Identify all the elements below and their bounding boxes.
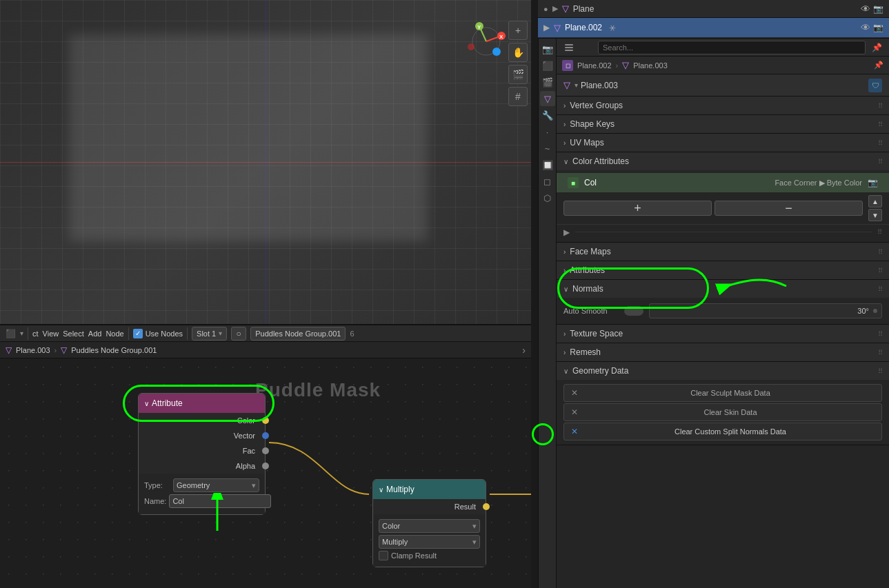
shape-keys-chevron: › [563, 121, 566, 128]
normals-section: ∨ Normals ⠿ Auto Smooth 30° [557, 280, 889, 325]
normals-header[interactable]: ∨ Normals ⠿ [557, 280, 889, 298]
multiply-collapse-icon[interactable]: ∨ [379, 486, 383, 494]
remesh-chevron: › [563, 349, 566, 356]
viewport-3d[interactable]: Y X + ✋ 🎬 # [0, 0, 531, 324]
sphere-mode-btn[interactable]: ○ [231, 327, 246, 341]
sidebar-icon-render[interactable]: 📷 [540, 41, 555, 57]
multiply-node[interactable]: ∨ Multiply Result Color ▾ Multiply ▾ Cla… [372, 479, 486, 567]
sidebar-icon-particles[interactable]: · [540, 124, 555, 139]
grab-tool-button[interactable]: ✋ [508, 43, 528, 62]
color-dropdown[interactable]: Color ▾ [379, 519, 480, 533]
attribute-node[interactable]: ∨ Attribute Color Vector Fac Alpha Type: [138, 393, 266, 515]
multiply-header-label: Multiply [386, 485, 414, 494]
color-attributes-header[interactable]: ∨ Color Attributes ⠿ [557, 152, 889, 170]
node-count-badge: 6 [350, 330, 354, 338]
clear-skin-label: Clear Skin Data [586, 408, 875, 416]
camera-icon-r1[interactable]: 📷 [873, 4, 883, 14]
texture-space-label: Texture Space [570, 329, 623, 338]
uv-maps-dots: ⠿ [878, 139, 882, 147]
header-menu-icon[interactable] [562, 41, 576, 54]
blend-mode-dropdown[interactable]: Multiply ▾ [379, 535, 480, 549]
sidebar-icon-modifier[interactable]: 🔧 [540, 108, 555, 123]
mesh-name-icon: ▽ [563, 80, 570, 90]
camera-icon-r2[interactable]: 📷 [873, 23, 883, 32]
name-input[interactable] [169, 494, 271, 508]
color-attr-camera-icon[interactable]: 📷 [868, 178, 878, 187]
clamp-checkbox[interactable] [379, 551, 388, 560]
color-attr-scroll-down[interactable]: ▼ [868, 209, 882, 221]
socket-row-fac: Fac [139, 443, 265, 458]
node-menu-ct[interactable]: ct [32, 330, 39, 338]
breadcrumb-pin[interactable]: 📌 [874, 61, 883, 70]
node-menu-add[interactable]: Add [88, 330, 102, 338]
properties-sidebar: 📷 ⬛ 🎬 ▽ 🔧 · ~ 🔲 ◻ ⬡ [539, 39, 557, 588]
sidebar-icon-physics[interactable]: ~ [540, 141, 555, 156]
slot-selector[interactable]: Slot 1 ▾ [192, 327, 227, 341]
viewport-background: Y X [0, 0, 531, 324]
sidebar-icon-object-data[interactable]: ▽ [540, 91, 555, 106]
node-editor-header: ⬛ ▾ ct View Select Add Node ✓ Use Nodes … [0, 324, 531, 342]
sidebar-icon-constraints[interactable]: 🔲 [540, 157, 555, 172]
viewport-right-toolbar: + ✋ 🎬 # [508, 21, 528, 106]
clear-sculpt-btn[interactable]: ✕ Clear Sculpt Mask Data [563, 384, 882, 402]
type-arrow: ▾ [252, 481, 256, 490]
geometry-data-header[interactable]: ∨ Geometry Data ⠿ [557, 362, 889, 380]
pin-button[interactable]: 📌 [870, 41, 883, 54]
node-menu-node[interactable]: Node [106, 330, 123, 338]
clear-custom-normals-btn[interactable]: ✕ Clear Custom Split Normals Data [563, 423, 882, 440]
node-canvas[interactable]: Puddle Mask ∨ Attribute Color Vector Fac… [0, 358, 531, 588]
color-attr-controls: + − ▲ ▼ [557, 192, 889, 224]
color-attr-remove-btn[interactable]: − [715, 201, 863, 216]
shield-icon: 🛡 [868, 79, 882, 92]
angle-field[interactable]: 30° [649, 303, 882, 318]
blurred-mesh-preview [69, 34, 428, 241]
node-editor-breadcrumb: ▽ Plane.003 › ▽ Puddles Node Group.001 › [0, 342, 531, 358]
color-attr-col-item[interactable]: ■ Col Face Corner ▶ Byte Color 📷 [557, 173, 889, 192]
node-group-selector[interactable]: Puddles Node Group.001 [250, 327, 346, 341]
node-menu-view[interactable]: View [43, 330, 59, 338]
color-attr-scroll-up[interactable]: ▲ [868, 195, 882, 207]
mesh-dropdown[interactable]: ▾ Plane.003 [575, 81, 864, 90]
use-nodes-toggle[interactable]: ✓ Use Nodes [133, 329, 183, 338]
socket-fac-dot [262, 447, 269, 454]
object-header-row2: ▶ ▽ Plane.002 ⚹ 👁 📷 [538, 18, 889, 37]
uv-maps-header[interactable]: › UV Maps ⠿ [557, 134, 889, 152]
texture-space-header[interactable]: › Texture Space ⠿ [557, 325, 889, 343]
sidebar-icon-material[interactable]: ⬡ [540, 190, 555, 205]
vertex-groups-header[interactable]: › Vertex Groups ⠿ [557, 97, 889, 114]
remesh-header[interactable]: › Remesh ⠿ [557, 343, 889, 361]
node-menu-select[interactable]: Select [63, 330, 84, 338]
color-attributes-label: Color Attributes [572, 156, 629, 166]
grid-tool-button[interactable]: # [508, 87, 528, 106]
auto-smooth-toggle[interactable] [624, 306, 643, 316]
shape-keys-header[interactable]: › Shape Keys ⠿ [557, 115, 889, 133]
svg-rect-14 [565, 50, 573, 51]
socket-color-dot [262, 417, 269, 424]
clear-skin-btn[interactable]: ✕ Clear Skin Data [563, 403, 882, 421]
node-editor-mode-arrow[interactable]: ▾ [20, 330, 23, 337]
geometry-data-dots: ⠿ [878, 367, 882, 375]
color-attr-expand-icon[interactable]: ▶ [563, 227, 570, 237]
search-input[interactable] [598, 41, 866, 54]
sidebar-icon-output[interactable]: ⬛ [540, 58, 555, 73]
eye-icon-r2[interactable]: 👁 [861, 22, 870, 33]
color-attr-col-name: Col [584, 178, 769, 187]
collapse-arrow-right[interactable]: › [522, 345, 526, 356]
add-tool-button[interactable]: + [508, 21, 528, 40]
camera-view-button[interactable]: 🎬 [508, 65, 528, 84]
attr-collapse-icon[interactable]: ∨ [144, 400, 149, 407]
sidebar-icon-object[interactable]: ◻ [540, 174, 555, 189]
face-maps-header[interactable]: › Face Maps ⠿ [557, 243, 889, 261]
play-icon: ▶ [552, 4, 558, 13]
type-dropdown[interactable]: Geometry ▾ [173, 478, 259, 492]
normals-content: Auto Smooth 30° [557, 298, 889, 324]
eye-icon-r1[interactable]: 👁 [861, 3, 870, 14]
geometry-data-label: Geometry Data [572, 366, 628, 376]
color-attr-add-btn[interactable]: + [563, 201, 712, 216]
node-editor-mode-icon: ⬛ [6, 329, 16, 338]
obj-breadcrumb-name2: Plane.003 [633, 61, 668, 70]
sidebar-icon-view[interactable]: 🎬 [540, 74, 555, 90]
blend-mode-arrow: ▾ [472, 538, 477, 547]
attributes-header[interactable]: › Attributes ⠿ [557, 261, 889, 279]
multiply-result-row: Result [373, 499, 486, 514]
